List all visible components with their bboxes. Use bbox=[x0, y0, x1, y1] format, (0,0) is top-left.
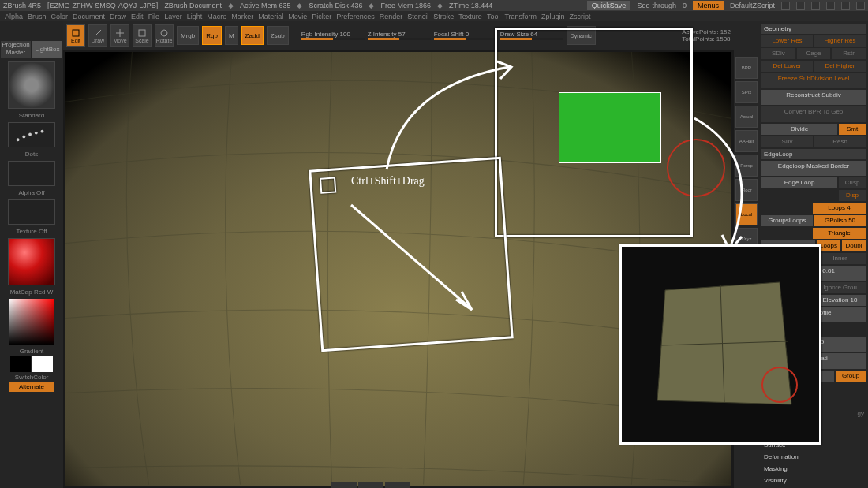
switchcolor-button[interactable]: SwitchColor bbox=[8, 374, 55, 381]
masking-header[interactable]: Masking bbox=[761, 464, 866, 474]
rgb-button[interactable]: Rgb bbox=[202, 26, 222, 45]
menu-item[interactable]: Zscript bbox=[570, 13, 591, 20]
secondary-color[interactable] bbox=[32, 356, 53, 372]
disp-button[interactable]: Disp bbox=[839, 190, 866, 201]
quicksave-button[interactable]: QuickSave bbox=[587, 1, 631, 10]
menu-item[interactable]: Movie bbox=[288, 13, 307, 20]
deformation-header[interactable]: Deformation bbox=[761, 452, 866, 462]
menu-item[interactable]: Alpha bbox=[5, 13, 23, 20]
default-zscript[interactable]: DefaultZScript bbox=[730, 2, 775, 9]
menu-item[interactable]: Macro bbox=[207, 13, 226, 20]
rotate-button[interactable]: Rotate bbox=[155, 24, 174, 47]
edgeloop-header[interactable]: EdgeLoop bbox=[761, 149, 866, 159]
main-color[interactable] bbox=[10, 356, 31, 372]
stroke-thumb[interactable] bbox=[8, 122, 55, 147]
menu-item[interactable]: Zplugin bbox=[541, 13, 565, 20]
menu-item[interactable]: Stencil bbox=[407, 13, 428, 20]
freeze-subdiv-button[interactable]: Freeze SubDivision Level bbox=[761, 73, 866, 88]
smt-button[interactable]: Smt bbox=[839, 124, 866, 135]
resh-button[interactable]: Resh bbox=[814, 136, 866, 147]
arrow-diag bbox=[339, 193, 489, 327]
win-dot[interactable] bbox=[856, 2, 865, 10]
svg-rect-6 bbox=[139, 30, 145, 36]
menu-item[interactable]: Draw bbox=[110, 13, 126, 20]
win-dot[interactable] bbox=[781, 2, 790, 10]
menu-item[interactable]: Document bbox=[73, 13, 105, 20]
spix-button[interactable]: SPix bbox=[735, 81, 758, 103]
win-dot[interactable] bbox=[796, 2, 805, 10]
resize-handle[interactable] bbox=[331, 482, 410, 488]
menu-item[interactable]: File bbox=[148, 13, 160, 20]
move-button[interactable]: Move bbox=[110, 24, 129, 47]
menu-item[interactable]: Marker bbox=[231, 13, 253, 20]
edit-button[interactable]: Edit bbox=[66, 24, 85, 47]
win-dot[interactable] bbox=[811, 2, 820, 10]
gpolish-slider[interactable]: GPolish 50 bbox=[814, 215, 866, 226]
selection-rect bbox=[559, 92, 661, 163]
zsub-button[interactable]: Zsub bbox=[267, 26, 289, 45]
inner-button[interactable]: Inner bbox=[814, 253, 866, 264]
menus-button[interactable]: Menus bbox=[693, 1, 724, 10]
menu-item[interactable]: Color bbox=[51, 13, 69, 20]
menu-item[interactable]: Render bbox=[380, 13, 403, 20]
menu-item[interactable]: Layer bbox=[164, 13, 182, 20]
scale-button[interactable]: Scale bbox=[133, 24, 152, 47]
arrow-1 bbox=[371, 55, 529, 181]
alternate-button[interactable]: Alternate bbox=[9, 382, 54, 392]
del-lower-button[interactable]: Del Lower bbox=[761, 61, 813, 72]
bpr-button[interactable]: BPR bbox=[735, 57, 758, 79]
visibility-header[interactable]: Visibility bbox=[761, 475, 866, 486]
menu-item[interactable]: Stroke bbox=[433, 13, 454, 20]
mrgb-button[interactable]: Mrgb bbox=[177, 26, 199, 45]
zadd-button[interactable]: Zadd bbox=[241, 26, 264, 45]
menu-item[interactable]: Picker bbox=[312, 13, 331, 20]
elevation-slider[interactable]: Elevation 10 bbox=[814, 295, 866, 306]
svg-point-2 bbox=[28, 133, 32, 136]
lower-res-button[interactable]: Lower Res bbox=[761, 35, 813, 47]
sketch-frame-3 bbox=[619, 244, 821, 445]
del-higher-button[interactable]: Del Higher bbox=[814, 61, 866, 72]
triangle-button[interactable]: Triangle bbox=[813, 228, 866, 239]
menu-item[interactable]: Preferences bbox=[336, 13, 375, 20]
reconstruct-subdiv-button[interactable]: Reconstruct Subdiv bbox=[761, 90, 866, 105]
menu-item[interactable]: Transform bbox=[504, 13, 537, 20]
double-button[interactable]: Doubl bbox=[842, 240, 866, 251]
menu-item[interactable]: Light bbox=[187, 13, 203, 20]
svg-point-4 bbox=[41, 130, 44, 133]
win-dot[interactable] bbox=[841, 2, 850, 10]
z-intensity-slider[interactable]: Z Intensity 57 bbox=[368, 31, 431, 40]
gradient-label[interactable]: Gradient bbox=[8, 348, 55, 355]
draw-button[interactable]: Draw bbox=[88, 24, 107, 47]
edgeloop-masked-button[interactable]: Edgeloop Masked Border bbox=[761, 161, 866, 176]
texture-thumb[interactable] bbox=[8, 199, 55, 225]
crisp-button[interactable]: Crisp bbox=[839, 177, 866, 188]
lightbox-button[interactable]: LightBox bbox=[32, 41, 62, 58]
menu-item[interactable]: Texture bbox=[458, 13, 482, 20]
m-button[interactable]: M bbox=[225, 26, 238, 45]
convert-bpr-button[interactable]: Convert BPR To Geo bbox=[761, 106, 866, 121]
titlebar: ZBrush 4R5 [EZMG-ZFHW-SMSQ-AQYJ-LJPB] ZB… bbox=[0, 0, 868, 11]
group-button[interactable]: Group bbox=[836, 371, 866, 382]
menu-item[interactable]: Brush bbox=[28, 13, 47, 20]
rgb-intensity-slider[interactable]: Rgb Intensity 100 bbox=[301, 31, 365, 40]
panel-header[interactable]: Geometry bbox=[761, 24, 866, 34]
loops-slider[interactable]: Loops 4 bbox=[813, 203, 866, 214]
brush-label: Standard bbox=[8, 112, 55, 119]
sdiv-slider[interactable]: SDiv bbox=[761, 48, 795, 59]
material-thumb[interactable] bbox=[8, 238, 55, 285]
higher-res-button[interactable]: Higher Res bbox=[814, 35, 866, 47]
menu-item[interactable]: Tool bbox=[487, 13, 500, 20]
win-dot[interactable] bbox=[826, 2, 835, 10]
menu-item[interactable]: Material bbox=[258, 13, 283, 20]
focal-shift-slider[interactable]: Focal Shift 0 bbox=[434, 31, 497, 40]
cage-button[interactable]: Cage bbox=[797, 48, 831, 59]
alpha-thumb[interactable] bbox=[8, 161, 55, 186]
menu-item[interactable]: Edit bbox=[131, 13, 144, 20]
left-sidebar: Projection Master LightBox Standard Dots… bbox=[0, 21, 63, 488]
color-picker[interactable] bbox=[9, 299, 54, 345]
rstr-button[interactable]: Rstr bbox=[832, 48, 866, 59]
ignore-groups-button[interactable]: Ignore Grou bbox=[814, 282, 866, 293]
projection-master-button[interactable]: Projection Master bbox=[1, 41, 31, 58]
brush-thumb[interactable] bbox=[8, 61, 55, 109]
seethrough-value[interactable]: 0 bbox=[683, 2, 687, 9]
